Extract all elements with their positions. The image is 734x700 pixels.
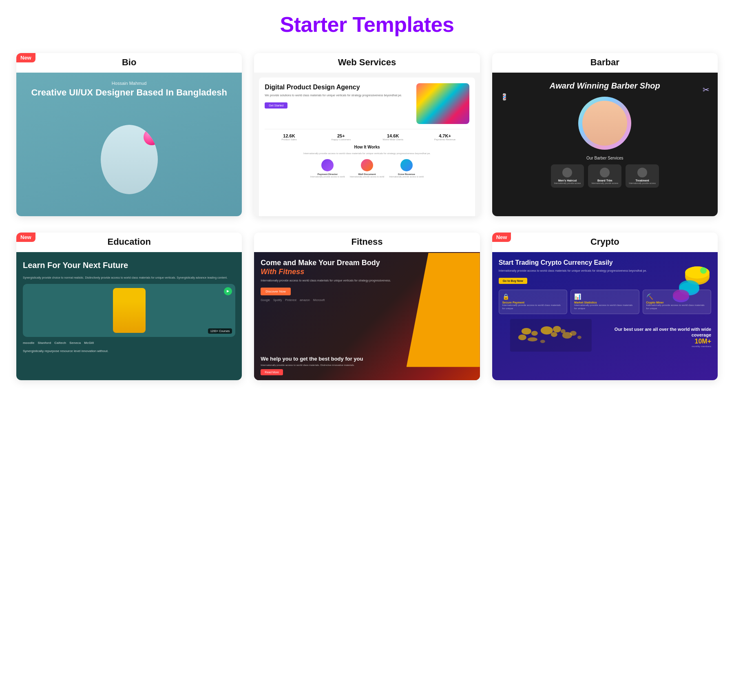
fitness-cta-btn[interactable]: Discover Now	[261, 288, 290, 295]
ws-inner: Digital Product Design Agency We provide…	[259, 78, 475, 216]
ws-stat-label-1: Happy Customers	[317, 138, 365, 141]
ws-how-title: How It Works	[265, 145, 469, 149]
badge-new-education: New	[16, 233, 35, 242]
ws-service-icon-1	[361, 159, 373, 171]
fitness-headline-accent: With Fitness	[261, 268, 304, 276]
card-preview-education: Learn For Your Next Future Synergistical…	[16, 252, 242, 380]
ws-how-desc: Internationally provide access to world …	[265, 152, 469, 155]
svg-point-6	[673, 290, 689, 300]
ws-service-desc-0: Internationally provide access to world	[310, 175, 345, 178]
ws-service-icon-0	[321, 159, 334, 171]
ws-stat-label-3: Payments Revenue	[420, 138, 469, 141]
ws-services-row: Payment Director Internationally provide…	[265, 159, 469, 178]
svg-point-9	[521, 328, 531, 334]
edu-brand-4: McGill	[84, 341, 94, 345]
fitness-brand-2: Pinterest	[285, 299, 296, 301]
crypto-card-title-0: Secure Payment	[502, 301, 564, 304]
barbar-avatar-image	[582, 101, 627, 146]
barbar-services-row: Men's Haircut Internationally provide ac…	[551, 164, 659, 188]
fitness-brands-row: Google Spotify Pinterest amazon Microsof…	[261, 299, 473, 301]
card-title-barbar: Barbar	[492, 53, 718, 73]
card-title-bio: Bio	[16, 53, 242, 73]
edu-brand-2: Caltech	[54, 341, 66, 345]
ws-service-2: Grow Revenue Internationally provide acc…	[389, 159, 424, 178]
fitness-brand-0: Google	[261, 299, 270, 301]
ws-stat-3: 4.7K+ Payments Revenue	[420, 133, 469, 141]
svg-point-10	[531, 331, 537, 336]
fitness-brand-3: amazon	[300, 299, 310, 301]
barbar-service-desc-1: Internationally provide access	[591, 182, 618, 184]
crypto-world-sub: monthly members	[607, 345, 711, 348]
ws-stat-label-2: World Wide Clients	[369, 138, 417, 141]
card-title-fitness: Fitness	[254, 233, 480, 252]
fitness-brand-1: Spotify	[273, 299, 282, 301]
barbar-deco-scissors: ✂	[703, 85, 710, 95]
ws-stat-2: 14.6K World Wide Clients	[369, 133, 417, 141]
barbar-service-name-2: Treatment	[629, 179, 656, 182]
fitness-bottom-desc: Internationally provide access to world …	[261, 363, 473, 367]
card-preview-web-services: Digital Product Design Agency We provide…	[254, 73, 480, 216]
crypto-card-desc-0: Internationally provide access to world …	[502, 304, 564, 310]
ws-stat-num-0: 12.6K	[265, 133, 313, 138]
ws-cta-btn[interactable]: Get Started	[265, 102, 287, 109]
barbar-service-name-0: Men's Haircut	[554, 179, 581, 182]
edu-brand-3: Seneca	[69, 341, 81, 345]
ws-image-block	[416, 83, 469, 124]
card-title-crypto: Crypto	[492, 233, 718, 252]
crypto-cta-btn[interactable]: Go to Buy Now	[499, 278, 527, 284]
world-map-svg	[499, 319, 603, 352]
edu-desc: Synergistically provide choice to normal…	[23, 276, 235, 280]
crypto-world-map-area	[499, 319, 603, 353]
ws-desc: We provide solutions to world class mate…	[265, 93, 412, 97]
card-bio: New Bio Hossain Mahmud Creative UI/UX De…	[16, 53, 242, 216]
ws-top-section: Digital Product Design Agency We provide…	[265, 83, 469, 124]
crypto-world-title: Our best user are all over the world wit…	[607, 326, 711, 338]
fitness-bottom-title: We help you to get the best body for you	[261, 356, 473, 362]
fitness-content: Come and Make Your Dream Body With Fitne…	[254, 252, 480, 308]
ws-stat-num-1: 25+	[317, 133, 365, 138]
badge-new-crypto: New	[492, 233, 511, 242]
card-preview-fitness: Come and Make Your Dream Body With Fitne…	[254, 252, 480, 380]
barbar-service-0: Men's Haircut Internationally provide ac…	[551, 164, 584, 188]
ws-service-1: Well Document Internationally provide ac…	[350, 159, 385, 178]
crypto-coin-svg	[665, 260, 714, 309]
page-title: Starter Templates	[16, 12, 718, 37]
fitness-headline: Come and Make Your Dream Body With Fitne…	[261, 259, 473, 276]
barbar-services-title: Our Barber Services	[586, 156, 623, 160]
edu-play-button[interactable]: ▶	[224, 287, 232, 295]
edu-counter: 1200+ Courses	[208, 328, 232, 334]
bio-orb-decoration	[144, 129, 158, 145]
barbar-deco-comb: 💈	[500, 93, 508, 101]
barbar-service-1: Beard Trim Internationally provide acces…	[588, 164, 621, 188]
fitness-subdesc: Internationally provide access to world …	[261, 279, 473, 283]
card-preview-barbar: ✂ 💈 Award Winning Barber Shop Our Barber…	[492, 73, 718, 216]
ws-stat-label-0: Product Sales	[265, 138, 313, 141]
barbar-service-icon-2	[637, 168, 647, 177]
fitness-bottom-btn[interactable]: Read More	[261, 369, 283, 375]
ws-stats-row: 12.6K Product Sales 25+ Happy Customers …	[265, 129, 469, 141]
crypto-top-row: Start Trading Crypto Currency Easily Int…	[499, 259, 711, 290]
ws-service-icon-2	[400, 159, 413, 171]
bio-header: Hossain Mahmud Creative UI/UX Designer B…	[31, 81, 227, 98]
ws-service-0: Payment Director Internationally provide…	[310, 159, 345, 178]
svg-point-12	[527, 337, 537, 341]
svg-point-7	[700, 267, 707, 274]
card-title-web-services: Web Services	[254, 53, 480, 73]
barbar-avatar	[578, 97, 631, 150]
crypto-card-icon-0: 🔒	[502, 293, 564, 300]
ws-stat-1: 25+ Happy Customers	[317, 133, 365, 141]
svg-point-19	[577, 336, 581, 339]
crypto-card-0: 🔒 Secure Payment Internationally provide…	[499, 290, 567, 314]
crypto-world-text-area: Our best user are all over the world wit…	[607, 324, 711, 348]
crypto-coins-visual	[665, 260, 714, 309]
crypto-card-desc-1: Internationally provide access to world …	[574, 304, 635, 310]
edu-image-block: ▶ 1200+ Courses	[23, 284, 235, 337]
bio-headline: Creative UI/UX Designer Based In Banglad…	[31, 87, 227, 98]
barbar-service-desc-0: Internationally provide access	[554, 182, 581, 184]
fitness-bottom-section: We help you to get the best body for you…	[254, 352, 480, 379]
svg-point-11	[518, 334, 526, 340]
barbar-headline: Award Winning Barber Shop	[550, 81, 660, 91]
edu-brand-1: Stanford	[38, 341, 51, 345]
svg-point-20	[540, 340, 545, 343]
barbar-service-desc-2: Internationally provide access	[629, 182, 656, 184]
